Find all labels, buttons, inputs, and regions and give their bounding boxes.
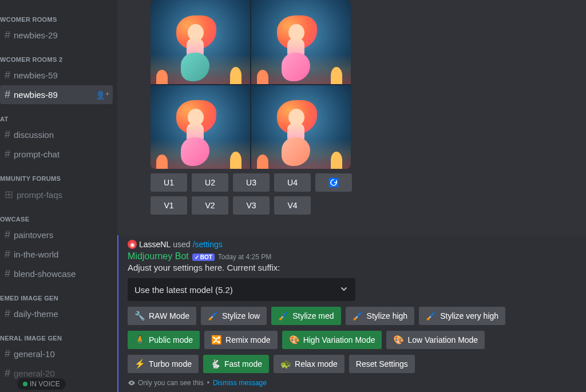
variation-V3-button[interactable]: V3 (233, 196, 270, 215)
channel-in-the-world[interactable]: #in-the-world (0, 245, 113, 264)
bot-tag: ✓BOT (192, 254, 215, 261)
channel-label: daily-theme (14, 309, 58, 319)
channel-section-header[interactable]: OWCASE (0, 211, 117, 225)
add-person-icon[interactable]: 👤⁺ (96, 90, 109, 100)
high-variation-mode-button[interactable]: 🎨High Variation Mode (282, 331, 382, 349)
channel-newbies-59[interactable]: #newbies-59 (0, 66, 113, 85)
hash-icon: ⊞ (5, 188, 13, 201)
button-emoji-icon: 🖌️ (353, 311, 363, 321)
message-timestamp: Today at 4:25 PM (218, 253, 271, 261)
stylize-med-button[interactable]: 🖌️Stylize med (271, 307, 340, 325)
channel-daily-theme[interactable]: #daily-theme (0, 304, 113, 323)
upscale-U2-button[interactable]: U2 (192, 173, 228, 192)
command-name[interactable]: /settings (193, 240, 223, 249)
reset-settings-button[interactable]: Reset Settings (349, 355, 415, 373)
refresh-icon (328, 177, 339, 188)
gen-image-3 (151, 85, 250, 169)
generated-image-grid[interactable] (151, 0, 351, 169)
channel-label: prompt-chat (14, 149, 60, 159)
button-emoji-icon: 🎨 (393, 335, 404, 345)
upscale-U1-button[interactable]: U1 (151, 173, 187, 192)
low-variation-mode-button[interactable]: 🎨Low Variation Mode (386, 331, 485, 349)
stylize-high-button[interactable]: 🖌️Stylize high (346, 307, 415, 325)
variation-V1-button[interactable]: V1 (151, 196, 187, 215)
button-label: Turbo mode (149, 359, 192, 369)
channel-label: newbies-29 (14, 30, 58, 40)
channel-newbies-29[interactable]: #newbies-29 (0, 26, 113, 45)
command-used-line: ◉ LasseNL used /settings (128, 240, 577, 249)
dismiss-link[interactable]: Dismiss message (213, 379, 267, 387)
discord-icon: ◉ (128, 240, 137, 249)
settings-button-row: 🧍Public mode🔀Remix mode🎨High Variation M… (128, 331, 577, 349)
variation-V4-button[interactable]: V4 (274, 196, 311, 215)
channel-section-header[interactable]: WCOMER ROOMS (0, 11, 117, 25)
used-label: used (173, 240, 190, 249)
channel-blend-showcase[interactable]: #blend-showcase (0, 264, 113, 283)
channel-section-header[interactable]: EMED IMAGE GEN (0, 290, 117, 304)
reroll-button[interactable] (315, 173, 352, 192)
stylize-very-high-button[interactable]: 🖌️Stylize very high (419, 307, 505, 325)
button-label: Fast mode (224, 359, 262, 369)
channel-paintovers[interactable]: #paintovers (0, 225, 113, 244)
button-label: Public mode (149, 335, 193, 345)
button-emoji-icon: 🖌️ (278, 311, 289, 321)
button-label: Stylize high (367, 311, 408, 320)
hash-icon: # (5, 148, 10, 160)
upscale-U4-button[interactable]: U4 (274, 173, 311, 192)
channel-general-10[interactable]: #general-10 (0, 345, 113, 363)
stylize-low-button[interactable]: 🖌️Stylize low (201, 307, 267, 325)
voice-status-dot (23, 382, 27, 386)
channel-label: general-10 (14, 349, 55, 359)
hash-icon: # (5, 348, 10, 360)
ephemeral-notice: Only you can see this • Dismiss message (128, 379, 577, 387)
button-label: High Variation Mode (303, 335, 375, 345)
variation-V2-button[interactable]: V2 (192, 196, 228, 215)
model-dropdown[interactable]: Use the latest model (5.2) (128, 278, 355, 301)
button-emoji-icon: 🎨 (289, 335, 300, 345)
model-label: Use the latest model (5.2) (134, 285, 233, 295)
hash-icon: # (5, 248, 10, 260)
button-label: Stylize low (222, 311, 260, 320)
hash-icon: # (5, 229, 10, 241)
chat-main: U1U2U3U4 V1V2V3V4 ◉ LasseNL used /settin… (117, 0, 586, 392)
channel-section-header[interactable]: AT (0, 111, 117, 125)
chevron-down-icon (339, 284, 349, 295)
remix-mode-button[interactable]: 🔀Remix mode (204, 331, 278, 349)
channel-prompt-chat[interactable]: #prompt-chat (0, 145, 113, 164)
hash-icon: # (5, 268, 10, 280)
gen-image-1 (151, 0, 250, 84)
turbo-mode-button[interactable]: ⚡Turbo mode (128, 355, 199, 373)
channel-label: newbies-89 (14, 90, 58, 100)
hash-icon: # (5, 29, 10, 41)
channel-section-header[interactable]: NERAL IMAGE GEN (0, 330, 117, 344)
channel-discussion[interactable]: #discussion (0, 125, 113, 144)
fast-mode-button[interactable]: 🐇Fast mode (203, 355, 269, 373)
ephemeral-text: Only you can see this (138, 379, 204, 387)
hash-icon: # (5, 129, 10, 141)
invoker-username[interactable]: LasseNL (139, 240, 171, 249)
bot-username[interactable]: Midjourney Bot (128, 251, 189, 262)
channel-label: general-20 (14, 369, 55, 378)
channel-newbies-89[interactable]: #newbies-89👤⁺ (0, 85, 113, 104)
button-emoji-icon: 🖌️ (426, 311, 437, 321)
voice-indicator[interactable]: IN VOICE (17, 378, 66, 390)
settings-button-row: 🔧RAW Mode🖌️Stylize low🖌️Stylize med🖌️Sty… (128, 307, 577, 325)
channel-prompt-faqs[interactable]: ⊞prompt-faqs (0, 185, 113, 204)
upscale-U3-button[interactable]: U3 (233, 173, 270, 192)
button-label: Relax mode (295, 359, 338, 369)
button-emoji-icon: ⚡ (134, 359, 145, 369)
relax-mode-button[interactable]: 🐢Relax mode (274, 355, 345, 373)
channel-section-header[interactable]: WCOMER ROOMS 2 (0, 52, 117, 65)
settings-description: Adjust your settings here. Current suffi… (128, 263, 577, 272)
channel-label: blend-showcase (14, 269, 76, 279)
hash-icon: # (5, 367, 10, 379)
raw-mode-button[interactable]: 🔧RAW Mode (128, 307, 196, 325)
settings-message: ◉ LasseNL used /settings Midjourney Bot … (117, 235, 586, 392)
public-mode-button[interactable]: 🧍Public mode (128, 331, 200, 349)
channel-section-header[interactable]: MMUNITY FORUMS (0, 171, 117, 184)
hash-icon: # (5, 69, 10, 81)
button-emoji-icon: 🖌️ (208, 311, 219, 321)
button-label: Remix mode (225, 335, 271, 345)
gen-image-2 (251, 0, 351, 84)
button-emoji-icon: 🐇 (210, 359, 221, 369)
